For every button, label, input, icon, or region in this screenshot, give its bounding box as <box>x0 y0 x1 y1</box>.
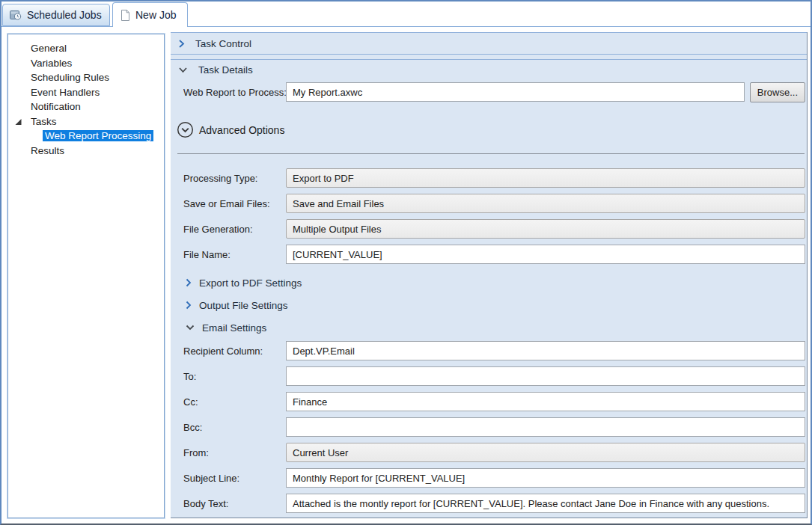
subsection-label: Output File Settings <box>199 300 288 311</box>
tree-item-scheduling-rules[interactable]: Scheduling Rules <box>8 70 164 85</box>
section-task-details[interactable]: Task Details <box>171 59 807 79</box>
cc-row: Cc: <box>171 392 807 411</box>
divider <box>177 153 805 154</box>
file-generation-dropdown[interactable]: Multiple Output Files <box>286 219 805 239</box>
subject-line-label: Subject Line: <box>183 473 286 484</box>
file-name-input[interactable] <box>286 245 805 264</box>
subsection-label: Export to PDF Settings <box>199 277 302 289</box>
tree-item-label: Event Handlers <box>31 87 100 98</box>
tab-strip: Scheduled Jobs New Job <box>1 1 811 27</box>
from-label: From: <box>183 447 286 458</box>
save-or-email-row: Save or Email Files: Save and Email File… <box>171 194 807 213</box>
body-text-row: Body Text: <box>171 494 807 513</box>
tree-item-results[interactable]: Results <box>8 144 164 159</box>
tree-item-event-handlers[interactable]: Event Handlers <box>8 85 164 100</box>
chevron-right-icon <box>178 39 185 49</box>
processing-type-row: Processing Type: Export to PDF <box>171 168 807 188</box>
tree-item-web-report-processing[interactable]: Web Report Processing <box>8 129 164 144</box>
tree-item-label: Tasks <box>31 116 57 127</box>
browse-button[interactable]: Browse... <box>750 82 805 102</box>
subsection-email-settings[interactable]: Email Settings <box>171 321 807 334</box>
recipient-column-input[interactable] <box>286 341 805 360</box>
processing-type-label: Processing Type: <box>183 173 286 184</box>
advanced-options-label: Advanced Options <box>199 124 284 136</box>
file-name-label: File Name: <box>183 249 286 260</box>
tree-item-label: General <box>31 43 67 54</box>
to-row: To: <box>171 366 807 386</box>
job-settings-tree: General Variables Scheduling Rules Event… <box>7 34 165 518</box>
subject-line-input[interactable] <box>286 468 805 488</box>
tree-item-label: Notification <box>31 101 81 112</box>
advanced-options-toggle[interactable]: Advanced Options <box>171 121 807 138</box>
subsection-output-file-settings[interactable]: Output File Settings <box>171 298 807 312</box>
section-task-control[interactable]: Task Control <box>171 32 807 55</box>
web-report-input[interactable] <box>286 82 745 102</box>
selected-tree-item: Web Report Processing <box>43 130 153 141</box>
file-generation-row: File Generation: Multiple Output Files <box>171 219 807 239</box>
to-label: To: <box>183 371 286 382</box>
tree-item-label: Variables <box>31 58 72 69</box>
tree-item-variables[interactable]: Variables <box>8 56 164 71</box>
subject-line-row: Subject Line: <box>171 468 807 488</box>
section-task-control-label: Task Control <box>195 38 251 49</box>
section-task-details-label: Task Details <box>198 64 253 76</box>
recipient-column-label: Recipient Column: <box>183 346 286 357</box>
web-report-row: Web Report to Process: Browse... <box>171 82 807 102</box>
file-generation-label: File Generation: <box>183 224 286 235</box>
processing-type-dropdown[interactable]: Export to PDF <box>286 168 805 188</box>
save-or-email-label: Save or Email Files: <box>183 198 286 209</box>
bcc-label: Bcc: <box>183 422 286 433</box>
task-detail-panel: Task Control Task Details Web Report to … <box>171 32 808 518</box>
chevron-down-icon <box>178 67 188 73</box>
bcc-input[interactable] <box>286 417 805 437</box>
body-text-label: Body Text: <box>183 498 286 509</box>
scheduled-jobs-icon <box>10 10 22 20</box>
tab-scheduled-jobs[interactable]: Scheduled Jobs <box>2 4 110 26</box>
tree-item-notification[interactable]: Notification <box>8 99 164 114</box>
tab-new-job-label: New Job <box>135 9 176 21</box>
web-report-label: Web Report to Process: <box>183 87 286 98</box>
tree-item-general[interactable]: General <box>8 41 164 56</box>
tree-item-label: Scheduling Rules <box>31 72 109 83</box>
subsection-export-pdf-settings[interactable]: Export to PDF Settings <box>171 276 807 289</box>
tab-new-job[interactable]: New Job <box>112 2 188 27</box>
chevron-right-icon <box>186 301 192 310</box>
tree-expander-icon[interactable] <box>15 118 22 126</box>
save-or-email-dropdown[interactable]: Save and Email Files <box>286 194 805 213</box>
recipient-column-row: Recipient Column: <box>171 341 807 360</box>
advanced-options-chevron-circle-icon <box>177 121 194 138</box>
tree-item-label: Results <box>31 145 64 156</box>
new-job-icon <box>120 10 130 21</box>
chevron-right-icon <box>186 278 192 287</box>
body-text-input[interactable] <box>286 494 805 513</box>
bcc-row: Bcc: <box>171 417 807 437</box>
subsection-label: Email Settings <box>202 322 266 334</box>
to-input[interactable] <box>286 366 805 386</box>
from-dropdown[interactable]: Current User <box>286 443 805 462</box>
cc-input[interactable] <box>286 392 805 411</box>
chevron-down-icon <box>186 325 195 331</box>
from-row: From: Current User <box>171 443 807 462</box>
tree-item-tasks[interactable]: Tasks <box>8 114 164 129</box>
file-name-row: File Name: <box>171 245 807 264</box>
cc-label: Cc: <box>183 396 286 408</box>
tab-scheduled-jobs-label: Scheduled Jobs <box>27 9 102 21</box>
